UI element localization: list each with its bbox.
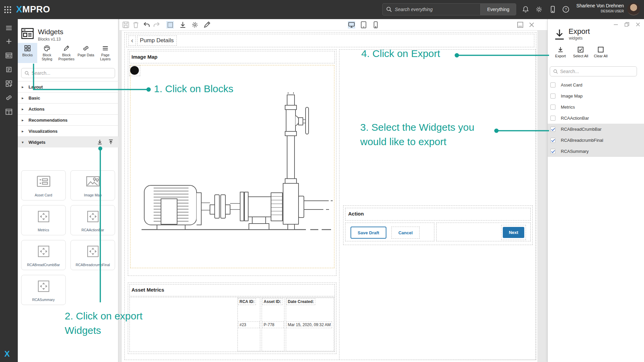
- device-desktop-icon[interactable]: [348, 21, 355, 28]
- widgets-search-input[interactable]: [32, 70, 112, 76]
- minimize-icon[interactable]: [613, 22, 619, 27]
- export-panel: Export widgets Export Select All Clear A…: [547, 19, 644, 362]
- widget-card-image-map[interactable]: Image Map: [70, 170, 115, 200]
- user-block[interactable]: Sharlene Von Drehnen DESIGN USER: [576, 3, 624, 13]
- asset-card-icon: [37, 175, 51, 187]
- category-layout[interactable]: ▸Layout: [18, 81, 118, 92]
- download-icon[interactable]: [179, 21, 186, 28]
- close-icon[interactable]: [528, 21, 535, 28]
- toolbar-button-page-layers[interactable]: Page Layers: [96, 43, 115, 63]
- image-map-title: Image Map: [131, 54, 158, 60]
- add-icon[interactable]: [5, 38, 12, 45]
- export-item-rcabreadcrumbfinal[interactable]: RCABreadcrumbFinal: [548, 135, 644, 146]
- forms-icon[interactable]: [5, 66, 12, 73]
- breadcrumb-back[interactable]: ‹: [128, 36, 136, 46]
- widget-card-rcabreadcrumbfinal[interactable]: RCABreadcrumbFinal: [70, 240, 115, 270]
- widget-card-rcasummary[interactable]: RCASummary: [21, 275, 66, 305]
- export-widgets-icon[interactable]: [108, 139, 114, 145]
- move-icon: [37, 210, 50, 223]
- undo-icon[interactable]: [143, 21, 150, 28]
- checkbox-empty[interactable]: [550, 105, 555, 110]
- export-item-rcasummary[interactable]: RCASummary: [548, 146, 644, 157]
- export-item-asset-card[interactable]: Asset Card: [548, 79, 644, 90]
- import-widgets-icon[interactable]: [97, 139, 103, 145]
- breadcrumb-title-box[interactable]: Pump Details: [137, 36, 177, 46]
- metrics-header-rca: RCA ID:: [238, 298, 256, 305]
- checkbox-checked[interactable]: [550, 138, 555, 143]
- checkbox-empty[interactable]: [550, 82, 555, 87]
- export-button[interactable]: Export: [550, 45, 571, 58]
- search-icon: [24, 71, 30, 76]
- category-actions[interactable]: ▸Actions: [18, 103, 118, 114]
- export-title: Export: [569, 27, 590, 36]
- svg-text:?: ?: [565, 7, 567, 11]
- widgets-toolbar: BlocksBlock StylingBlock PropertiesPage …: [18, 43, 115, 63]
- pump-diagram: [138, 92, 333, 233]
- dashboard-icon[interactable]: [5, 108, 12, 115]
- export-search-input[interactable]: [560, 69, 634, 74]
- export-item-metrics[interactable]: Metrics: [548, 102, 644, 113]
- export-item-image-map[interactable]: Image Map: [548, 90, 644, 102]
- save-draft-button[interactable]: Save Draft: [351, 227, 386, 239]
- panel-dock-icon[interactable]: [517, 21, 524, 28]
- blocks-icon[interactable]: [5, 80, 12, 87]
- help-icon[interactable]: ?: [562, 6, 570, 13]
- right-column: [339, 49, 536, 360]
- settings-gear-icon[interactable]: [535, 6, 543, 13]
- toolbar-button-block-styling[interactable]: Block Styling: [37, 43, 57, 63]
- export-item-rcabreadcrumbbar[interactable]: RCABreadCrumbBar: [548, 124, 644, 135]
- redo-icon[interactable]: [153, 21, 160, 28]
- widget-cards: Asset CardImage MapMetricsRCAActionBarRC…: [21, 170, 116, 305]
- close-icon[interactable]: [635, 22, 641, 27]
- checkbox-checked-icon: [578, 47, 584, 53]
- checkbox-checked[interactable]: [550, 127, 555, 132]
- widget-card-metrics[interactable]: Metrics: [21, 205, 66, 235]
- category-visualizations[interactable]: ▸Visualizations: [18, 125, 118, 136]
- delete-icon[interactable]: [132, 21, 140, 28]
- metrics-value-rca: #23: [238, 321, 260, 328]
- widget-card-rcabreadcrumbbar[interactable]: RCABreadCrumbBar: [21, 240, 66, 270]
- apps-grid-icon[interactable]: [4, 6, 11, 13]
- category-widgets[interactable]: ▾Widgets: [18, 136, 118, 147]
- restore-window-icon[interactable]: [624, 22, 630, 27]
- xmpro-logo: XMPRO: [16, 4, 50, 15]
- widget-card-asset-card[interactable]: Asset Card: [21, 170, 66, 200]
- search-scope-button[interactable]: Everything: [480, 4, 516, 15]
- export-widget-list: Asset CardImage MapMetricsRCAActionBarRC…: [548, 79, 644, 157]
- clear-all-button[interactable]: Clear All: [591, 45, 611, 58]
- menu-icon[interactable]: [5, 24, 12, 32]
- chevron-down-icon: ▾: [22, 140, 29, 144]
- back-chevron-icon: ‹: [129, 36, 136, 45]
- top-bar: XMPRO Everything ? Sharlene Von Drehnen …: [0, 0, 644, 19]
- checkbox-checked[interactable]: [550, 149, 555, 154]
- export-item-rcaactionbar[interactable]: RCAActionBar: [548, 113, 644, 124]
- pages-icon[interactable]: [5, 52, 12, 59]
- connections-icon[interactable]: [5, 94, 12, 101]
- avatar[interactable]: [627, 3, 640, 15]
- toolbar-button-block-properties[interactable]: Block Properties: [57, 43, 76, 63]
- chevron-right-icon: ▸: [22, 118, 29, 122]
- global-search-input[interactable]: [392, 7, 480, 12]
- theme-brush-icon[interactable]: [203, 21, 211, 28]
- page-settings-icon[interactable]: [191, 21, 199, 28]
- checkbox-empty[interactable]: [550, 94, 555, 99]
- metrics-header-date: Date Created:: [286, 298, 315, 305]
- chevron-right-icon: ▸: [22, 107, 29, 111]
- toolbar-button-blocks[interactable]: Blocks: [18, 43, 37, 63]
- notifications-icon[interactable]: [522, 6, 529, 13]
- category-basic[interactable]: ▸Basic: [18, 92, 118, 103]
- save-icon[interactable]: [122, 21, 129, 28]
- cancel-button[interactable]: Cancel: [391, 227, 420, 239]
- select-all-button[interactable]: Select All: [571, 45, 591, 58]
- panel-subtitle: Blocks v1.13: [38, 37, 63, 42]
- select-marquee-icon[interactable]: [166, 21, 174, 28]
- toolbar-button-page-data[interactable]: Page Data: [76, 43, 96, 63]
- next-button[interactable]: Next: [501, 225, 526, 240]
- asset-metrics-title: Asset Metrics: [131, 287, 164, 293]
- widget-card-rcaactionbar[interactable]: RCAActionBar: [70, 205, 115, 235]
- device-phone-icon[interactable]: [372, 21, 379, 28]
- device-tablet-icon[interactable]: [360, 21, 367, 28]
- mobile-icon[interactable]: [549, 6, 556, 13]
- category-recommendations[interactable]: ▸Recommendations: [18, 114, 118, 125]
- checkbox-empty[interactable]: [550, 116, 555, 121]
